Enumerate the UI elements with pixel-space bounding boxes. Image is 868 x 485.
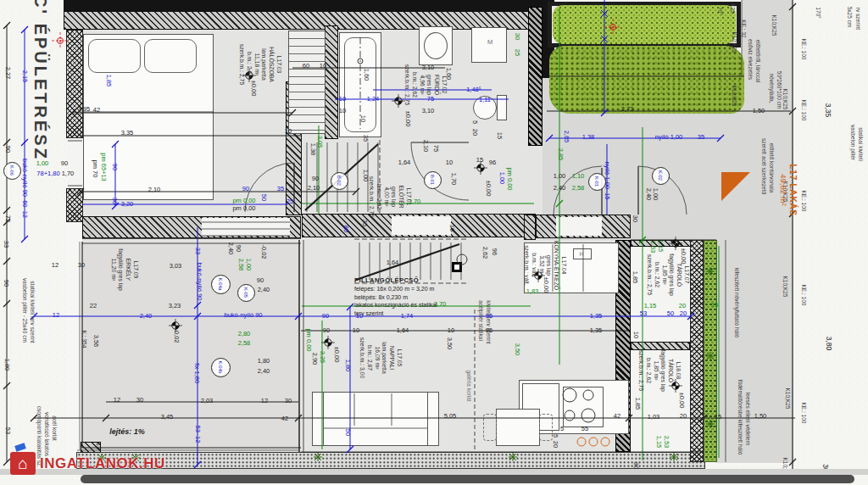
dim-label: 10 <box>285 128 292 135</box>
washing-machine-label: M <box>487 39 492 46</box>
fixture-circle <box>589 438 598 446</box>
dim-label: 2,40 <box>227 242 234 255</box>
marker-label: K-02 <box>658 170 663 181</box>
fixture-circle <box>583 390 593 400</box>
dim-label: K10;K25 <box>785 388 791 410</box>
dim-label: 50 <box>667 310 674 317</box>
slope-note: lejtés: 1% <box>109 428 145 436</box>
dim-label: 2,15 <box>21 70 28 83</box>
dim-label: KE.: 100 <box>801 285 807 306</box>
fixture-circle <box>565 410 575 421</box>
dim-label: 5 <box>552 434 559 438</box>
dim-label: 42 <box>528 107 535 114</box>
dim-label: pm 70 <box>92 160 98 178</box>
dim-label: 12 <box>261 398 268 404</box>
dim-label: 12 <box>95 443 102 449</box>
marker-label: K-05 <box>243 287 248 298</box>
dim-label: 50 <box>260 194 267 201</box>
dim-label: 30 <box>514 33 520 40</box>
dim-label: 30 <box>632 215 638 222</box>
house-logo-icon: ⌂ <box>10 452 36 475</box>
dim-label: 1,80 <box>344 360 351 372</box>
dim-label: 3,03 <box>170 263 182 270</box>
dim-label: 90 <box>242 186 249 192</box>
dim-label: 10 <box>448 327 454 334</box>
dim-label: KE.: 100 <box>801 39 807 60</box>
dim-label: előtetőről, lánccal <box>755 40 761 83</box>
dim-label: 3,50 <box>514 343 520 356</box>
dim-label: 22 <box>90 303 97 309</box>
dim-label: 2,65 <box>563 131 570 143</box>
dim-label: 2,40 <box>140 313 153 320</box>
opening-marker-k-04a: K-04a <box>211 275 231 294</box>
dim-label: 30 <box>111 198 118 204</box>
apartment-tag-arrow <box>721 172 750 201</box>
dim-label: 2,58 <box>238 340 251 347</box>
level-mark-icon <box>328 343 331 346</box>
dim-label: bukó-nyíló 90 60 12 <box>21 159 28 218</box>
dim-label: 1,15 <box>657 240 664 253</box>
dim-label: födémáttörésbe kifeszített háló <box>737 380 743 455</box>
marker-label: K-04b <box>218 361 223 374</box>
dim-label: pm 0,00 <box>232 205 255 212</box>
dim-label: kifeszített növényfuttató háló <box>734 268 740 337</box>
dim-label: acélpillér statikai <box>478 300 484 341</box>
opening-marker-k-04b: K-04b <box>211 358 231 377</box>
dim-label: 1,00 <box>652 188 659 201</box>
dim-label: acél korlát <box>52 415 58 441</box>
dim-label: 1,64 <box>387 259 399 266</box>
dim-label: KE.: 100 <box>801 191 807 212</box>
dim-label: 2,58 <box>572 185 585 192</box>
dim-label: 3,56 <box>92 335 99 348</box>
dim-label: 3,25 <box>319 351 326 364</box>
dim-label: 33 <box>194 248 201 254</box>
dim-label: 10 <box>353 327 359 334</box>
dim-label: 1,64 <box>398 159 411 166</box>
dim-label: 1,85 <box>632 271 638 284</box>
dim-label: 1,50 <box>754 413 767 420</box>
dim-label: 1,38 <box>582 134 595 141</box>
dim-label: esővíz elvezetés <box>748 39 754 80</box>
dim-label: -0,02 <box>173 328 180 343</box>
progress-bar[interactable] <box>81 475 854 483</box>
dim-label: K10;K25 <box>732 32 737 53</box>
dim-label: 90 <box>323 327 330 334</box>
dim-label: 53 <box>640 310 647 317</box>
dim-label: 15 <box>715 414 721 421</box>
dim-label: 55 <box>581 426 588 432</box>
dim-label: pm 0,00 <box>506 167 513 190</box>
marker-label: B-02 <box>337 176 342 186</box>
dim-label: ±0,00 <box>678 393 685 409</box>
dim-label: 30 <box>78 262 85 269</box>
dim-label: 10 <box>632 332 639 338</box>
dim-label: 1,00 <box>245 259 252 271</box>
dim-label: 12 <box>114 397 120 404</box>
dim-label: 1,35 <box>590 313 603 320</box>
dim-label: 70° <box>717 7 723 15</box>
opening-marker-k-06: K-06 <box>3 162 21 180</box>
dim-label: 90 <box>312 176 319 182</box>
dim-label: 2,40 <box>554 185 566 192</box>
stair-note-line: lakatos konszignáció és statikai <box>354 301 437 309</box>
dim-label: 1,38 <box>309 143 316 156</box>
dim-label: 1,00 <box>36 160 49 167</box>
dim-label: 90 <box>4 146 11 153</box>
dim-label: 1,70 <box>62 170 75 177</box>
dim-label: 2,40 <box>258 368 270 375</box>
dim-label: 80 <box>342 226 349 232</box>
dim-label: 2,73 <box>621 106 634 113</box>
dim-label: 30 <box>285 398 292 404</box>
stair-note: PILLANGÓLÉPCSŐ felépés: 16x 0,200 m = 3,… <box>354 276 437 317</box>
dim-label: ±0,00 <box>404 111 411 127</box>
dim-label: 2,40 <box>645 188 652 201</box>
dim-label: 1,10 <box>572 173 585 180</box>
apartment-area: 49,62 m² <box>779 156 788 224</box>
dim-label: pm 0,00 <box>232 198 255 204</box>
dim-label: -0,02 <box>260 244 267 259</box>
opening-marker-k-02: K-02 <box>652 167 670 185</box>
dim-label: 3,05 <box>316 136 323 148</box>
dim-label: K10;K25 <box>732 86 737 107</box>
dim-label: 30 <box>632 462 639 469</box>
dim-label: 3,20 <box>121 201 134 208</box>
stair-note-title: PILLANGÓLÉPCSŐ <box>354 276 437 285</box>
